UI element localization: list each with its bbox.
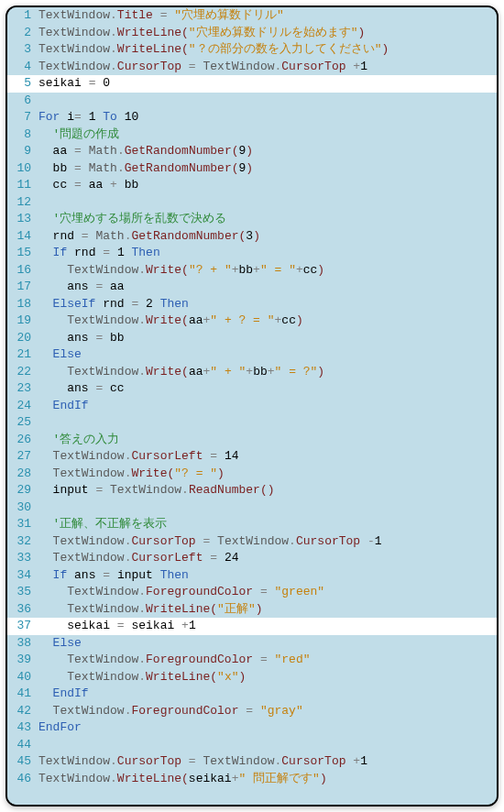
code-content[interactable]: TextWindow.CursorTop = TextWindow.Cursor… (38, 533, 497, 551)
token-str: "穴埋め算数ドリル" (174, 8, 284, 22)
token-prop: CursorLeft (131, 551, 203, 565)
line-number: 26 (7, 432, 38, 449)
code-content[interactable]: TextWindow.CursorTop = TextWindow.Cursor… (38, 753, 497, 771)
code-line[interactable]: 28 TextWindow.Write("? = ") (7, 466, 497, 483)
code-line[interactable]: 4TextWindow.CursorTop = TextWindow.Curso… (7, 59, 497, 76)
code-line[interactable]: 34 If ans = input Then (7, 567, 497, 585)
code-content[interactable]: ans = cc (38, 380, 497, 398)
code-content[interactable]: TextWindow.CursorTop = TextWindow.Cursor… (38, 59, 497, 76)
code-line[interactable]: 35 TextWindow.ForegroundColor = "green" (7, 584, 497, 601)
code-line[interactable]: 10 bb = Math.GetRandomNumber(9) (7, 160, 497, 178)
code-line[interactable]: 1TextWindow.Title = "穴埋め算数ドリル" (7, 7, 497, 25)
code-line[interactable]: 18 ElseIf rnd = 2 Then (7, 296, 497, 313)
code-line[interactable]: 20 ans = bb (7, 330, 497, 347)
code-line[interactable]: 11 cc = aa + bb (7, 177, 497, 194)
token-var: ans (74, 568, 95, 582)
code-content[interactable]: '答えの入力 (38, 432, 497, 449)
code-content[interactable]: TextWindow.Title = "穴埋め算数ドリル" (38, 7, 497, 25)
code-content[interactable]: EndFor (38, 719, 497, 737)
code-line[interactable]: 22 TextWindow.Write(aa+" + "+bb+" = ?") (7, 364, 497, 381)
code-line[interactable]: 5seikai = 0 (7, 75, 497, 93)
code-line[interactable]: 36 TextWindow.WriteLine("正解") (7, 601, 497, 619)
code-line[interactable]: 15 If rnd = 1 Then (7, 245, 497, 262)
code-line[interactable]: 25 (7, 414, 497, 432)
token-prop: WriteLine (146, 670, 210, 684)
code-content[interactable]: TextWindow.ForegroundColor = "gray" (38, 703, 497, 720)
code-content[interactable]: Else (38, 346, 497, 364)
code-content[interactable]: TextWindow.ForegroundColor = "green" (38, 584, 497, 601)
code-content[interactable]: input = TextWindow.ReadNumber() (38, 482, 497, 499)
code-content[interactable]: bb = Math.GetRandomNumber(9) (38, 160, 497, 178)
code-content[interactable]: TextWindow.Write("? + "+bb+" = "+cc) (38, 262, 497, 280)
code-content[interactable]: TextWindow.ForegroundColor = "red" (38, 652, 497, 669)
code-line[interactable]: 26 '答えの入力 (7, 432, 497, 449)
code-content[interactable]: If ans = input Then (38, 567, 497, 585)
code-line[interactable]: 46TextWindow.WriteLine(seikai+" 問正解です") (7, 771, 497, 788)
code-line[interactable]: 32 TextWindow.CursorTop = TextWindow.Cur… (7, 533, 497, 551)
token-var: ans (67, 280, 88, 293)
code-content[interactable]: ans = aa (38, 279, 497, 296)
code-line[interactable]: 6 (7, 93, 497, 110)
code-content[interactable]: Else (38, 635, 497, 653)
code-content[interactable]: TextWindow.CursorLeft = 24 (38, 550, 497, 567)
code-content[interactable]: EndIf (38, 686, 497, 703)
code-line[interactable]: 43EndFor (7, 719, 497, 737)
code-content[interactable]: TextWindow.WriteLine("穴埋め算数ドリルを始めます") (38, 25, 497, 42)
code-content[interactable]: TextWindow.WriteLine(seikai+" 問正解です") (38, 771, 497, 788)
code-line[interactable]: 45TextWindow.CursorTop = TextWindow.Curs… (7, 753, 497, 771)
code-line[interactable]: 40 TextWindow.WriteLine("x") (7, 669, 497, 686)
code-line[interactable]: 9 aa = Math.GetRandomNumber(9) (7, 143, 497, 160)
code-line[interactable]: 12 (7, 194, 497, 212)
code-line[interactable]: 2TextWindow.WriteLine("穴埋め算数ドリルを始めます") (7, 25, 497, 42)
code-line[interactable]: 23 ans = cc (7, 380, 497, 398)
token-kw: Else (53, 636, 82, 650)
code-content[interactable]: TextWindow.CursorLeft = 14 (38, 448, 497, 466)
code-line[interactable]: 30 (7, 499, 497, 517)
code-line[interactable]: 37 seikai = seikai +1 (7, 618, 497, 635)
code-content[interactable]: seikai = 0 (38, 75, 497, 93)
code-line[interactable]: 33 TextWindow.CursorLeft = 24 (7, 550, 497, 567)
code-line[interactable]: 44 (7, 737, 497, 754)
code-content[interactable]: rnd = Math.GetRandomNumber(3) (38, 228, 497, 246)
code-content[interactable]: ans = bb (38, 330, 497, 347)
code-line[interactable]: 42 TextWindow.ForegroundColor = "gray" (7, 703, 497, 720)
token-dot: . (138, 365, 146, 379)
token-plain (67, 144, 74, 158)
line-number: 16 (7, 262, 38, 280)
code-line[interactable]: 29 input = TextWindow.ReadNumber() (7, 482, 497, 499)
code-line[interactable]: 31 '正解、不正解を表示 (7, 516, 497, 533)
code-line[interactable]: 7For i= 1 To 10 (7, 109, 497, 126)
code-line[interactable]: 14 rnd = Math.GetRandomNumber(3) (7, 228, 497, 246)
code-content[interactable]: TextWindow.Write(aa+" + ? = "+cc) (38, 313, 497, 330)
code-content[interactable]: ElseIf rnd = 2 Then (38, 296, 497, 313)
code-line[interactable]: 39 TextWindow.ForegroundColor = "red" (7, 652, 497, 669)
code-content[interactable]: '穴埋めする場所を乱数で決める (38, 211, 497, 228)
code-content[interactable]: TextWindow.Write(aa+" + "+bb+" = ?") (38, 364, 497, 381)
code-area[interactable]: 1TextWindow.Title = "穴埋め算数ドリル"2TextWindo… (7, 7, 497, 805)
code-line[interactable]: 13 '穴埋めする場所を乱数で決める (7, 211, 497, 228)
code-line[interactable]: 17 ans = aa (7, 279, 497, 296)
code-content[interactable]: TextWindow.WriteLine("？の部分の数を入力してください") (38, 41, 497, 59)
code-content[interactable]: '正解、不正解を表示 (38, 516, 497, 533)
code-line[interactable]: 19 TextWindow.Write(aa+" + ? = "+cc) (7, 313, 497, 330)
code-line[interactable]: 3TextWindow.WriteLine("？の部分の数を入力してください") (7, 41, 497, 59)
code-content[interactable]: For i= 1 To 10 (38, 109, 497, 126)
code-line[interactable]: 16 TextWindow.Write("? + "+bb+" = "+cc) (7, 262, 497, 280)
code-content[interactable]: EndIf (38, 398, 497, 415)
code-content[interactable]: seikai = seikai +1 (38, 618, 497, 635)
token-var: cc (110, 381, 125, 395)
code-content[interactable]: If rnd = 1 Then (38, 245, 497, 262)
code-line[interactable]: 8 '問題の作成 (7, 126, 497, 144)
code-line[interactable]: 21 Else (7, 346, 497, 364)
code-content[interactable]: TextWindow.Write("? = ") (38, 466, 497, 483)
code-content[interactable]: '問題の作成 (38, 126, 497, 144)
code-content[interactable]: cc = aa + bb (38, 177, 497, 194)
code-content[interactable]: TextWindow.WriteLine("正解") (38, 601, 497, 619)
code-line[interactable]: 38 Else (7, 635, 497, 653)
code-line[interactable]: 27 TextWindow.CursorLeft = 14 (7, 448, 497, 466)
code-line[interactable]: 24 EndIf (7, 398, 497, 415)
code-content[interactable]: aa = Math.GetRandomNumber(9) (38, 143, 497, 160)
code-content[interactable]: TextWindow.WriteLine("x") (38, 669, 497, 686)
code-line[interactable]: 41 EndIf (7, 686, 497, 703)
token-kw: If (53, 568, 68, 582)
